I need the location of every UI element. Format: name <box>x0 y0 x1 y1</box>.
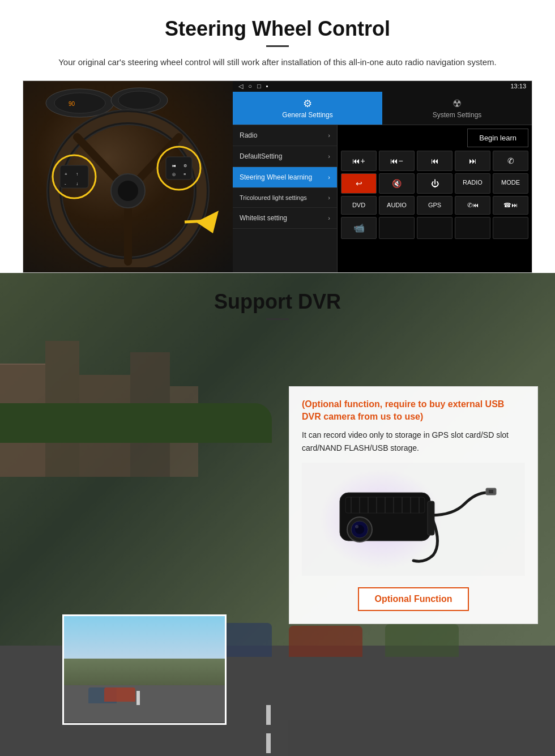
begin-learn-row: Begin learn <box>341 129 528 147</box>
tab-system-settings[interactable]: ☢ System Settings <box>382 92 532 125</box>
menu-item-steering-wheel-learning[interactable]: Steering Wheel learning › <box>233 167 337 188</box>
camera-svg <box>328 470 498 566</box>
ctrl-btn-audio[interactable]: AUDIO <box>379 196 415 215</box>
dvr-title: Support DVR <box>0 290 555 314</box>
svg-text:90: 90 <box>69 101 75 107</box>
ctrl-btn-power[interactable]: ⏻ <box>417 173 452 194</box>
menu-list: Radio › DefaultSetting › Steering Wheel … <box>233 125 338 272</box>
tab-general-label: General Settings <box>282 111 332 119</box>
ctrl-btn-mode[interactable]: MODE <box>493 173 528 194</box>
controls-panel: Begin learn ⏮+ ⏮− ⏮ ⏭ ✆ ↩ 🔇 ⏻ <box>338 125 532 272</box>
status-time: 13:13 <box>510 83 526 89</box>
svg-text:↑: ↑ <box>76 172 78 177</box>
ctrl-btn-vol-up[interactable]: ⏮+ <box>341 151 377 171</box>
dvr-divider <box>266 318 289 320</box>
control-grid-row1: ⏮+ ⏮− ⏮ ⏭ ✆ <box>341 151 528 171</box>
svg-line-26 <box>185 221 207 222</box>
ctrl-btn-vol-dn[interactable]: ⏮− <box>379 151 415 171</box>
ctrl-btn-mute[interactable]: 🔇 <box>379 173 415 194</box>
svg-point-12 <box>118 181 138 201</box>
dvr-title-area: Support DVR <box>0 273 555 328</box>
control-grid-row3: DVD AUDIO GPS ✆⏮ ☎⏭ <box>341 196 528 215</box>
ctrl-btn-call-prev[interactable]: ✆⏮ <box>455 196 490 215</box>
svg-text:-: - <box>65 181 66 186</box>
optional-function-area: Optional Function <box>302 583 525 611</box>
begin-learn-button[interactable]: Begin learn <box>467 129 528 147</box>
menu-item-whitelist[interactable]: Whitelist setting › <box>233 208 337 229</box>
ctrl-btn-call[interactable]: ✆ <box>493 151 528 171</box>
svg-text:+: + <box>65 172 67 177</box>
android-tabs: ⚙ General Settings ☢ System Settings <box>233 92 532 125</box>
steering-wheel-photo: 90 + <box>23 81 233 272</box>
svg-rect-42 <box>428 501 434 535</box>
ctrl-btn-radio[interactable]: RADIO <box>455 173 490 194</box>
android-statusbar: ◁ ○ □ ▪ 13:13 <box>233 81 532 92</box>
dvr-description: It can record video only to storage in G… <box>302 429 525 454</box>
dvr-optional-text: (Optional function, require to buy exter… <box>302 398 525 424</box>
steering-demo: 90 + <box>23 80 532 273</box>
ctrl-btn-empty2 <box>417 217 452 239</box>
tab-system-label: System Settings <box>433 111 482 119</box>
tab-general-settings[interactable]: ⚙ General Settings <box>233 92 382 125</box>
android-panel: ◁ ○ □ ▪ 13:13 ⚙ General Settings ☢ Syste… <box>233 81 532 272</box>
menu-item-defaultsetting[interactable]: DefaultSetting › <box>233 146 337 167</box>
chevron-icon: › <box>328 174 330 181</box>
chevron-icon: › <box>328 153 330 160</box>
svg-point-41 <box>355 525 358 528</box>
chevron-icon: › <box>328 215 330 221</box>
svg-rect-44 <box>489 490 493 493</box>
chevron-icon: › <box>328 132 330 139</box>
steering-title: Steering Wheel Control <box>23 17 532 41</box>
ctrl-btn-next[interactable]: ⏭ <box>455 151 490 171</box>
optional-function-button[interactable]: Optional Function <box>358 587 469 611</box>
menu-item-radio[interactable]: Radio › <box>233 125 337 146</box>
control-grid-row4: 📹 <box>341 217 528 239</box>
svg-point-4 <box>118 91 160 109</box>
ctrl-btn-empty3 <box>455 217 490 239</box>
dvr-section: Support DVR (Optional function, require … <box>0 273 555 757</box>
control-grid-row2: ↩ 🔇 ⏻ RADIO MODE <box>341 173 528 194</box>
steering-section: Steering Wheel Control Your original car… <box>0 0 555 273</box>
camera-body-wrapper <box>328 470 498 569</box>
android-content: Radio › DefaultSetting › Steering Wheel … <box>233 125 532 272</box>
steering-wheel-svg: 90 + <box>32 86 224 267</box>
svg-point-1 <box>54 93 105 113</box>
ctrl-btn-dvd[interactable]: DVD <box>341 196 377 215</box>
svg-text:↓: ↓ <box>76 181 78 186</box>
chevron-icon: › <box>328 194 330 201</box>
ctrl-btn-dvr[interactable]: 📹 <box>341 217 377 239</box>
ctrl-btn-call-next[interactable]: ☎⏭ <box>493 196 528 215</box>
dvr-thumbnail <box>62 614 227 725</box>
steering-description: Your original car's steering wheel contr… <box>23 56 532 69</box>
svg-text:◎: ◎ <box>172 172 176 176</box>
system-icon: ☢ <box>385 97 529 110</box>
menu-item-tricoloured[interactable]: Tricoloured light settings › <box>233 188 337 208</box>
title-divider <box>266 45 289 47</box>
ctrl-btn-hangup[interactable]: ↩ <box>341 173 377 194</box>
ctrl-btn-empty4 <box>493 217 528 239</box>
svg-text:⏮: ⏮ <box>172 164 176 168</box>
dvr-info-card: (Optional function, require to buy exter… <box>289 386 538 625</box>
gear-icon: ⚙ <box>236 97 379 110</box>
svg-rect-20 <box>166 157 192 180</box>
nav-icons: ◁ ○ □ ▪ <box>238 83 268 90</box>
ctrl-btn-gps[interactable]: GPS <box>417 196 452 215</box>
svg-text:≡: ≡ <box>183 172 186 176</box>
svg-text:⚙: ⚙ <box>183 164 187 168</box>
ctrl-btn-prev[interactable]: ⏮ <box>417 151 452 171</box>
camera-illustration <box>302 463 525 576</box>
ctrl-btn-empty1 <box>379 217 415 239</box>
